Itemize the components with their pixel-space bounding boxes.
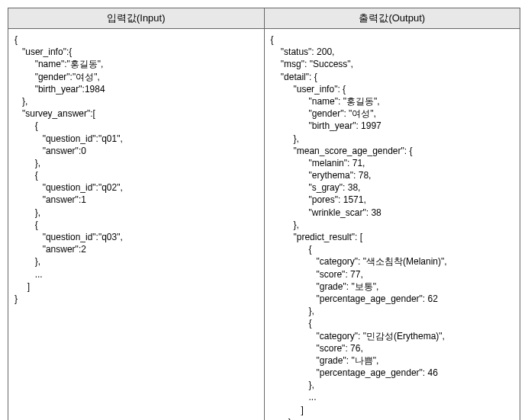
io-table: 입력값(Input) 출력값(Output) { "user_info":{ "… (8, 8, 520, 420)
header-input: 입력값(Input) (8, 8, 265, 29)
header-output: 출력값(Output) (264, 8, 520, 29)
output-cell: { "status": 200, "msg": "Success", "deta… (264, 29, 520, 421)
input-cell: { "user_info":{ "name":"홍길동", "gender":"… (8, 29, 265, 421)
table-row: { "user_info":{ "name":"홍길동", "gender":"… (8, 29, 520, 421)
table-header-row: 입력값(Input) 출력값(Output) (8, 8, 520, 29)
